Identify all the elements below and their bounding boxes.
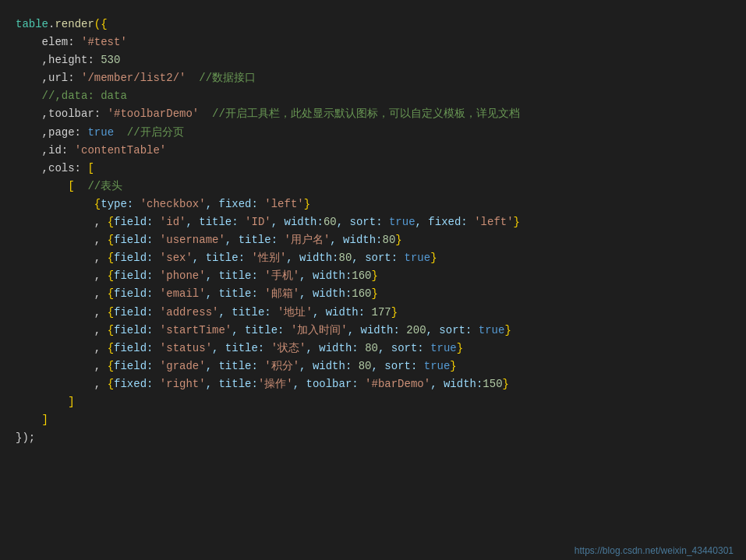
token: , width:	[299, 360, 359, 372]
token: true	[405, 252, 431, 264]
token: 'grade'	[160, 360, 206, 372]
token: type:	[101, 198, 140, 210]
token: , width:	[271, 216, 324, 228]
token: 'left'	[264, 198, 303, 210]
token: '#test'	[81, 36, 127, 48]
token: '操作'	[258, 378, 293, 390]
token: 'contentTable'	[75, 144, 167, 157]
token: , title:	[193, 252, 252, 264]
token: 160	[352, 287, 371, 300]
token: {	[108, 269, 114, 282]
token: 80	[365, 342, 378, 354]
token: //开启分页	[114, 126, 184, 139]
token: ({	[94, 18, 108, 30]
token: }	[514, 216, 520, 228]
token: 80	[383, 234, 396, 246]
code-line-17: , {field: 'address', title: '地址', width:…	[16, 304, 730, 322]
code-line-16: , {field: 'email', title: '邮箱', width:16…	[16, 285, 730, 303]
token: ,	[16, 216, 108, 228]
token: field:	[114, 216, 160, 228]
token: {	[108, 324, 114, 336]
token: }	[430, 252, 437, 264]
token: field:	[114, 269, 160, 282]
token: ,	[16, 360, 108, 372]
token: true	[479, 324, 505, 336]
token: }	[304, 198, 310, 210]
token: , title:	[186, 216, 245, 228]
token: field:	[114, 306, 160, 319]
token: });	[16, 431, 35, 444]
token: , title:	[206, 269, 265, 282]
token	[16, 198, 94, 210]
token: {	[108, 360, 114, 372]
token: true	[389, 216, 415, 228]
token	[16, 180, 68, 192]
token: {	[94, 198, 101, 210]
code-line-15: , {field: 'phone', title: '手机', width:16…	[16, 267, 730, 285]
token: , title:	[206, 378, 258, 390]
token: }	[503, 378, 509, 390]
token: }	[391, 306, 398, 319]
code-line-4: ,url: '/member/list2/' //数据接口	[16, 69, 730, 87]
token: field:	[114, 342, 160, 354]
token: , toolbar:	[293, 378, 365, 390]
token: }	[504, 324, 511, 336]
token: //表头	[75, 180, 123, 192]
token: {	[108, 287, 114, 300]
code-line-23: ]	[16, 411, 730, 429]
token: , sort:	[337, 216, 389, 228]
token: '#barDemo'	[365, 378, 430, 390]
code-line-5: //,data: data	[16, 87, 730, 105]
token: ,cols:	[16, 162, 87, 174]
token: 177	[372, 306, 391, 319]
token: }	[372, 269, 378, 282]
token: , width:	[299, 269, 352, 282]
code-line-22: ]	[16, 393, 730, 411]
token: '邮箱'	[264, 287, 299, 300]
token: '地址'	[278, 306, 313, 319]
code-line-11: {type: 'checkbox', fixed: 'left'}	[16, 195, 730, 213]
code-container: table.render({ elem: '#test' ,height: 53…	[0, 8, 746, 560]
token: field:	[114, 234, 160, 246]
token: ,id:	[16, 144, 75, 157]
token: 'status'	[160, 342, 212, 354]
token: '性别'	[251, 252, 286, 264]
token: //,data: data	[16, 90, 127, 102]
token: 'sex'	[160, 252, 193, 264]
token: true	[430, 342, 457, 354]
token: , width:	[430, 378, 483, 390]
token: 530	[101, 54, 120, 66]
token: 'address'	[160, 306, 219, 319]
token: , title:	[218, 306, 278, 319]
token: 'left'	[474, 216, 513, 228]
token: ,	[16, 306, 108, 319]
watermark: https://blog.csdn.net/weixin_43440301	[575, 544, 734, 558]
code-line-8: ,id: 'contentTable'	[16, 142, 730, 160]
token: [	[68, 180, 74, 192]
token: , sort:	[426, 324, 479, 336]
token: 'id'	[160, 216, 186, 228]
code-line-14: , {field: 'sex', title: '性别', width:80, …	[16, 249, 730, 267]
token: 80	[339, 252, 352, 264]
token: {	[108, 234, 114, 246]
token: true	[424, 360, 451, 372]
code-line-18: , {field: 'startTime', title: '加入时间', wi…	[16, 322, 730, 340]
code-line-19: , {field: 'status', title: '状态', width: …	[16, 340, 730, 357]
token: true	[87, 126, 114, 139]
token: ,height:	[16, 54, 101, 66]
token: , sort:	[378, 342, 430, 354]
code-line-1: table.render({	[16, 16, 730, 33]
token: '状态'	[271, 342, 306, 354]
token: ,	[16, 234, 108, 246]
token: , width:	[348, 324, 407, 336]
token: {	[108, 252, 114, 264]
token: , width:	[313, 306, 372, 319]
token: , sort:	[372, 360, 424, 372]
token: ,	[16, 252, 108, 264]
token: , width:	[330, 234, 382, 246]
token: , width:	[306, 342, 366, 354]
token: '#toolbarDemo'	[108, 107, 200, 120]
token: {	[108, 342, 114, 354]
code-line-7: ,page: true //开启分页	[16, 124, 730, 142]
token: 'username'	[160, 234, 225, 246]
